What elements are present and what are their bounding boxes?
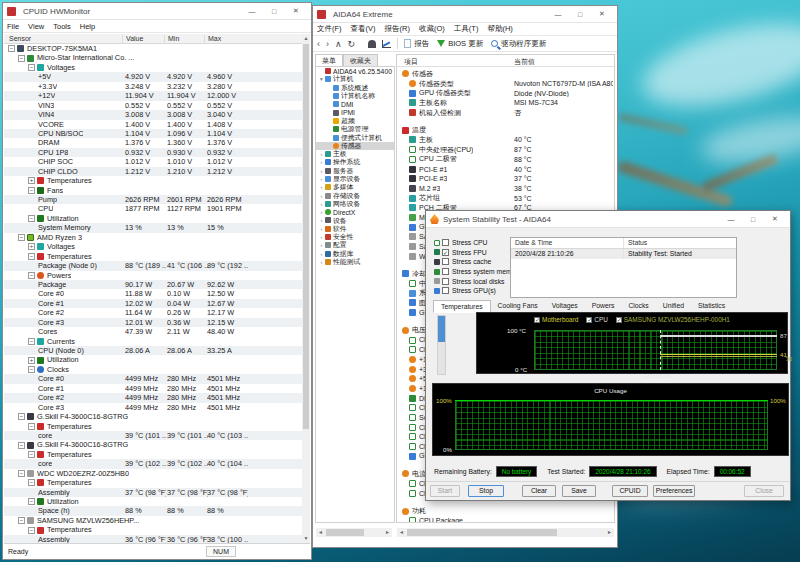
- column-separator[interactable]: [122, 35, 123, 43]
- tab-favorites[interactable]: 收藏夹: [343, 54, 378, 66]
- sensor-row[interactable]: −WDC WD20EZRZ-00Z5HB0: [4, 469, 302, 478]
- save-button[interactable]: Save: [562, 485, 596, 497]
- close-icon[interactable]: ✕: [764, 212, 786, 227]
- column-header[interactable]: Sensor: [9, 35, 31, 42]
- sensor-row[interactable]: −Utilization: [4, 497, 302, 506]
- sensor-row[interactable]: Core #112.02 W0.04 W12.67 W: [4, 299, 302, 308]
- tree-item[interactable]: 超频: [316, 117, 394, 125]
- panel-row[interactable]: CPU 二极管88 °C: [397, 155, 614, 165]
- sensor-row[interactable]: −DESKTOP-7SK5MA1: [4, 44, 302, 53]
- column-header[interactable]: Max: [208, 35, 221, 42]
- sensor-row[interactable]: −Fans: [4, 186, 302, 195]
- collapse-icon[interactable]: −: [28, 272, 35, 279]
- panel-row[interactable]: 主板名称MSI MS-7C34: [397, 98, 614, 108]
- tree-item[interactable]: ›服务器: [316, 167, 394, 175]
- sensor-row[interactable]: Space (h)88 %88 %88 %: [4, 506, 302, 515]
- expand-icon[interactable]: +: [28, 177, 35, 184]
- collapse-icon[interactable]: −: [28, 451, 35, 458]
- menu-item[interactable]: 文件(F): [317, 24, 342, 34]
- hwmonitor-vertical-scrollbar[interactable]: ▲ ▼: [302, 34, 310, 543]
- clear-button[interactable]: Clear: [522, 485, 556, 497]
- sensor-row[interactable]: CPU (Node 0)28.06 A28.06 A33.25 A: [4, 346, 302, 355]
- sensor-row[interactable]: VIN43.008 V3.008 V3.040 V: [4, 110, 302, 119]
- sensor-row[interactable]: CHIP SOC1.012 V1.010 V1.012 V: [4, 157, 302, 166]
- sensor-row[interactable]: CHIP CLDO1.212 V1.210 V1.212 V: [4, 167, 302, 176]
- sensor-row[interactable]: −Micro-Star International Co. ...: [4, 53, 302, 62]
- sensor-row[interactable]: core39 °C (102 ...39 °C (102 ...40 °C (1…: [4, 459, 302, 468]
- column-separator[interactable]: [204, 35, 205, 43]
- tab-voltages[interactable]: Voltages: [545, 300, 585, 312]
- minimize-icon[interactable]: —: [547, 7, 569, 22]
- preferences-button[interactable]: Preferences: [653, 485, 695, 497]
- maximize-icon[interactable]: □: [263, 4, 285, 19]
- maximize-icon[interactable]: □: [742, 212, 764, 227]
- tree-horizontal-scrollbar[interactable]: ◄►: [316, 528, 392, 537]
- collapse-icon[interactable]: −: [28, 527, 35, 534]
- expand-icon[interactable]: +: [28, 243, 35, 250]
- panel-row[interactable]: 传感器类型Nuvoton NCT6797D-M (ISA A80h): [397, 79, 614, 89]
- sensor-row[interactable]: +Utilization: [4, 355, 302, 364]
- sensor-row[interactable]: DRAM1.376 V1.360 V1.376 V: [4, 138, 302, 147]
- nav-arrow-icon[interactable]: ›: [326, 39, 329, 49]
- report-button[interactable]: 报告: [404, 39, 429, 49]
- sensor-row[interactable]: Assembly37 °C (98 °F)37 °C (98 °F)37 °C …: [4, 488, 302, 497]
- bios-update-button[interactable]: BIOS 更新: [437, 39, 483, 49]
- tab-statistics[interactable]: Statistics: [691, 300, 732, 312]
- sensor-row[interactable]: Core #24499 MHz280 MHz4501 MHz: [4, 393, 302, 402]
- close-icon[interactable]: ✕: [591, 7, 613, 22]
- sensor-row[interactable]: Package90.17 W20.67 W92.62 W: [4, 280, 302, 289]
- sensor-row[interactable]: −G.Skill F4-3600C16-8GTRG: [4, 440, 302, 449]
- tree-item[interactable]: ›配置: [316, 241, 394, 249]
- collapse-icon[interactable]: −: [8, 45, 15, 52]
- tab-unified[interactable]: Unified: [656, 300, 691, 312]
- sensor-row[interactable]: −Voltages: [4, 63, 302, 72]
- table-row[interactable]: 2020/4/28 21:10:26Stability Test: Starte…: [511, 249, 736, 259]
- panel-row[interactable]: 主板40 °C: [397, 135, 614, 145]
- checkbox-checked[interactable]: ✓: [442, 249, 449, 256]
- scrollbar-thumb[interactable]: [438, 316, 445, 342]
- scrollbar-thumb[interactable]: [303, 44, 309, 429]
- menu-item[interactable]: Help: [80, 22, 95, 31]
- collapse-icon[interactable]: −: [28, 64, 35, 71]
- legend-item[interactable]: ✓SAMSUNG MZVLW256HEHP-000H1: [616, 316, 730, 323]
- sensor-row[interactable]: Core #011.88 W0.10 W12.50 W: [4, 289, 302, 298]
- sensor-row[interactable]: −Temperatures: [4, 252, 302, 261]
- collapse-icon[interactable]: −: [28, 215, 35, 222]
- menu-item[interactable]: File: [7, 22, 19, 31]
- sensor-row[interactable]: CPU 1P80.932 V0.930 V0.932 V: [4, 148, 302, 157]
- sensor-row[interactable]: Core #34499 MHz280 MHz4501 MHz: [4, 403, 302, 412]
- nav-arrow-icon[interactable]: ↻: [348, 39, 356, 49]
- sensor-row[interactable]: −Temperatures: [4, 478, 302, 487]
- collapse-icon[interactable]: −: [28, 423, 35, 430]
- cpuid-button[interactable]: CPUID: [612, 485, 648, 497]
- tab-powers[interactable]: Powers: [585, 300, 622, 312]
- expand-icon[interactable]: +: [28, 357, 35, 364]
- sensor-row[interactable]: −Temperatures: [4, 525, 302, 534]
- sensor-row[interactable]: Cores47.39 W2.11 W48.40 W: [4, 327, 302, 336]
- tree-item[interactable]: 便携式计算机: [316, 133, 394, 141]
- sensor-row[interactable]: Pump2626 RPM2601 RPM2626 RPM: [4, 195, 302, 204]
- checkbox-unchecked[interactable]: [442, 268, 449, 275]
- tree-item[interactable]: ›多媒体: [316, 183, 394, 191]
- collapse-icon[interactable]: −: [18, 442, 25, 449]
- maximize-icon[interactable]: □: [569, 7, 591, 22]
- tree-item[interactable]: 计算机名称: [316, 92, 394, 100]
- panel-row[interactable]: CPU Package: [397, 516, 614, 523]
- tree-item[interactable]: ›操作系统: [316, 158, 394, 166]
- tree-item[interactable]: ›存储设备: [316, 191, 394, 199]
- menu-item[interactable]: 收藏(O): [419, 24, 445, 34]
- menu-item[interactable]: 帮助(H): [487, 24, 512, 34]
- sensor-row[interactable]: CPU1877 RPM1127 RPM1901 RPM: [4, 204, 302, 213]
- sensor-row[interactable]: −Temperatures: [4, 450, 302, 459]
- menu-item[interactable]: 查看(V): [351, 24, 376, 34]
- sensor-row[interactable]: VIN30.552 V0.552 V0.552 V: [4, 101, 302, 110]
- panel-horizontal-scrollbar[interactable]: ◄►: [397, 528, 614, 537]
- tree-item[interactable]: AIDA64 v6.25.5400: [316, 67, 394, 75]
- collapse-icon[interactable]: −: [18, 413, 25, 420]
- checkbox-checked[interactable]: ✓: [586, 317, 592, 323]
- panel-row[interactable]: M.2 #338 °C: [397, 184, 614, 194]
- collapse-icon[interactable]: −: [18, 234, 25, 241]
- sensor-row[interactable]: Package (Node 0)88 °C (189 ...41 °C (106…: [4, 261, 302, 270]
- sensor-row[interactable]: CPU NB/SOC1.104 V1.096 V1.104 V: [4, 129, 302, 138]
- tree-item[interactable]: ▾计算机: [316, 75, 394, 83]
